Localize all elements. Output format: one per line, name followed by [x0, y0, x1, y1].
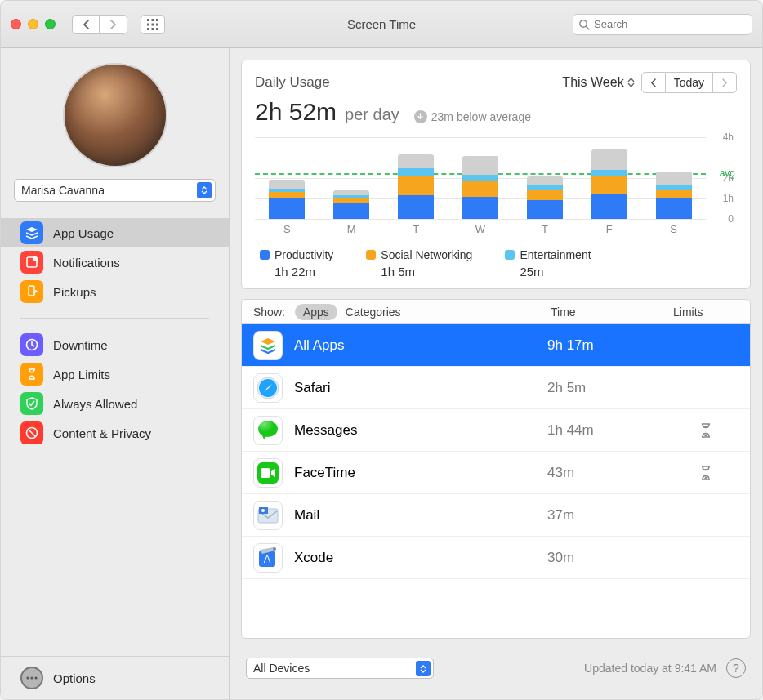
sidebar-item-pickups[interactable]: Pickups — [1, 277, 229, 306]
footer: All Devices Updated today at 9:41 AM ? — [241, 649, 751, 688]
app-name: FaceTime — [294, 465, 355, 481]
stack-icon — [20, 221, 43, 244]
app-time: 43m — [547, 465, 662, 481]
zoom-window-button[interactable] — [45, 19, 56, 29]
col-time: Time — [551, 305, 665, 319]
legend-swatch — [260, 250, 270, 260]
hourglass-icon — [700, 423, 712, 438]
chevron-left-icon — [83, 20, 90, 29]
window-controls — [11, 19, 56, 29]
sidebar-item-notifications[interactable]: Notifications — [1, 247, 229, 277]
facetime-icon — [253, 458, 283, 488]
sidebar-item-app-usage[interactable]: App Usage — [1, 218, 229, 247]
titlebar: Screen Time — [1, 1, 762, 48]
table-header: Show: Apps Categories Time Limits — [242, 300, 750, 324]
table-body: All Apps9h 17mSafari2h 5mMessages1h 44mF… — [242, 324, 750, 638]
back-button[interactable] — [72, 15, 100, 34]
svg-point-18 — [30, 676, 33, 679]
sidebar: Marisa Cavanna App UsageNotificationsPic… — [1, 48, 230, 699]
search-icon — [578, 19, 590, 30]
x-tick-label: S — [255, 223, 319, 235]
show-all-prefs-button[interactable] — [141, 15, 165, 34]
table-row-safari[interactable]: Safari2h 5m — [242, 367, 750, 409]
toggle-categories[interactable]: Categories — [337, 304, 409, 320]
main-content: Daily Usage This Week Today — [230, 48, 762, 699]
sidebar-item-label: Always Allowed — [53, 397, 137, 411]
prev-day-button[interactable] — [641, 72, 666, 93]
messages-icon — [253, 416, 283, 445]
usage-total: 2h 52m — [255, 98, 337, 126]
app-name: Messages — [294, 422, 357, 439]
sidebar-item-app-limits[interactable]: App Limits — [1, 359, 229, 389]
svg-rect-8 — [156, 28, 158, 30]
show-toggle[interactable]: Apps Categories — [295, 304, 409, 320]
range-select[interactable]: This Week — [562, 75, 634, 90]
xcode-icon: A — [253, 543, 283, 573]
ellipsis-circle-icon — [20, 667, 43, 689]
chevron-right-icon — [109, 20, 117, 29]
mail-icon — [253, 501, 283, 530]
bell-square-icon — [20, 251, 43, 274]
table-row-messages[interactable]: Messages1h 44m — [242, 409, 750, 452]
app-time: 2h 5m — [547, 380, 662, 396]
forward-button[interactable] — [100, 15, 127, 34]
chart-bar — [656, 172, 692, 219]
minimize-window-button[interactable] — [28, 19, 38, 29]
sidebar-divider — [20, 318, 209, 319]
sidebar-item-content-privacy[interactable]: Content & Privacy — [1, 418, 229, 448]
search-input[interactable] — [594, 18, 747, 30]
svg-point-22 — [258, 421, 278, 437]
app-limit — [673, 423, 738, 438]
app-time: 30m — [547, 550, 662, 566]
col-limits: Limits — [673, 305, 738, 319]
user-name-label: Marisa Cavanna — [21, 184, 105, 197]
sidebar-item-always-allowed[interactable]: Always Allowed — [1, 389, 229, 418]
app-name: Xcode — [294, 550, 333, 566]
sidebar-item-label: App Limits — [53, 368, 110, 381]
svg-point-12 — [33, 256, 38, 261]
legend-name: Social Networking — [381, 248, 472, 261]
chart-bar — [462, 156, 498, 219]
table-row-all[interactable]: All Apps9h 17m — [242, 324, 750, 367]
table-row-xcode[interactable]: AXcode30m — [242, 537, 750, 579]
svg-rect-24 — [261, 468, 270, 478]
x-tick-label: T — [512, 223, 577, 235]
app-name: Mail — [294, 507, 319, 524]
sidebar-item-label: Pickups — [53, 285, 96, 299]
sidebar-item-downtime[interactable]: Downtime — [1, 330, 229, 359]
svg-point-17 — [26, 676, 29, 679]
user-avatar — [63, 63, 167, 167]
app-name: All Apps — [294, 337, 344, 354]
chart-bar — [527, 176, 563, 219]
arrow-down-circle-icon — [414, 110, 427, 123]
user-select[interactable]: Marisa Cavanna — [14, 179, 216, 202]
today-button[interactable]: Today — [666, 72, 713, 93]
chart-bar — [398, 154, 434, 219]
stack-icon — [253, 331, 283, 360]
grid-icon — [147, 19, 158, 30]
svg-line-16 — [29, 430, 36, 437]
x-tick-label: S — [641, 223, 706, 235]
show-label: Show: — [253, 305, 285, 319]
table-row-mail[interactable]: Mail37m — [242, 494, 750, 537]
hourglass-icon — [700, 466, 712, 480]
chart-bar — [269, 180, 305, 219]
svg-point-30 — [273, 547, 276, 551]
next-day-button[interactable] — [713, 72, 737, 93]
legend-swatch — [366, 250, 376, 260]
help-button[interactable]: ? — [726, 658, 746, 678]
safari-icon — [253, 373, 283, 403]
chart-bar — [333, 190, 369, 219]
apps-table-card: Show: Apps Categories Time Limits All Ap… — [241, 299, 751, 639]
close-window-button[interactable] — [11, 19, 21, 29]
search-field[interactable] — [573, 14, 752, 35]
sidebar-options[interactable]: Options — [1, 657, 229, 699]
device-select[interactable]: All Devices — [246, 658, 434, 679]
svg-rect-3 — [147, 23, 149, 25]
svg-rect-0 — [147, 19, 149, 21]
toggle-apps[interactable]: Apps — [295, 304, 337, 320]
table-row-facetime[interactable]: FaceTime43m — [242, 452, 750, 494]
app-limit — [673, 466, 738, 480]
legend-name: Productivity — [274, 248, 333, 261]
legend-value: 25m — [505, 265, 591, 279]
